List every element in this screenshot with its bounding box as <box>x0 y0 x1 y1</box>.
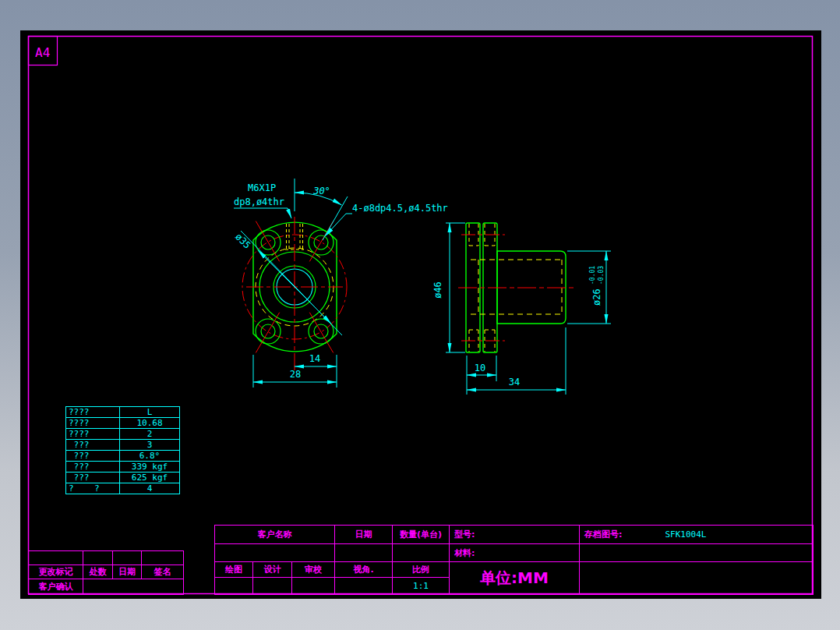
quantity-value <box>393 544 450 562</box>
dim-pilot-dia: ø26 <box>591 288 602 306</box>
draw-value <box>215 578 253 595</box>
param-value: 6.8° <box>120 451 180 462</box>
draw-label: 绘图 <box>215 562 253 578</box>
drawing-canvas[interactable]: A4 <box>20 30 821 599</box>
param-value: L <box>120 407 180 418</box>
rev-empty-cell <box>142 551 184 565</box>
sheet-frame <box>29 37 813 594</box>
table-row: ???6.8° <box>66 451 180 462</box>
param-label: ??? <box>66 440 120 451</box>
side-view: ø46 ø26 -0.01 -0.03 10 34 <box>432 223 611 395</box>
rev-empty-cell <box>83 551 113 565</box>
customer-name-value <box>215 544 335 562</box>
bore-hidden-lines <box>471 260 562 314</box>
places-label: 处数 <box>83 565 113 579</box>
view-angle-label: 视角. <box>335 562 393 578</box>
dim-flange-dia: ø46 <box>432 281 443 299</box>
param-value: 2 <box>120 429 180 440</box>
archive-number: SFK1004L <box>665 529 706 540</box>
dim-34: 34 <box>509 377 520 388</box>
dim-28: 28 <box>290 369 301 380</box>
param-value: 625 kgf <box>120 472 180 483</box>
param-label: ? ? <box>66 483 120 494</box>
customer-confirm-value <box>83 579 184 595</box>
dim-pilot-dia-group: ø26 -0.01 -0.03 <box>589 266 605 306</box>
check-label: 审校 <box>292 562 335 578</box>
change-mark-label: 更改标记 <box>29 565 83 579</box>
dim-bolt-circle: ø35 <box>233 232 252 251</box>
param-label: ???? <box>66 429 120 440</box>
customer-name-label: 客户名称 <box>215 526 335 544</box>
rev-empty-cell <box>113 551 142 565</box>
dim-10: 10 <box>475 363 485 373</box>
signature-label: 签名 <box>142 565 184 579</box>
date-value <box>335 544 393 562</box>
parameter-table: ????L ????10.68 ????2 ???3 ???6.8° ???33… <box>65 406 180 494</box>
table-row: ????10.68 <box>66 418 180 429</box>
revision-block: 更改标记 处数 日期 签名 客户确认 <box>28 550 184 595</box>
unit-label: 单位:MM <box>450 562 580 595</box>
table-row: ???339 kgf <box>66 462 180 472</box>
viewer-background: A4 <box>0 0 840 630</box>
model-label: 型号: <box>450 526 580 544</box>
param-value: 10.68 <box>120 418 180 429</box>
table-row: ? ?4 <box>66 483 180 494</box>
pilot-tol-upper: -0.01 <box>589 266 596 285</box>
table-row: ???3 <box>66 440 180 451</box>
check-value <box>292 578 335 595</box>
design-label: 设计 <box>253 562 292 578</box>
title-block: 客户名称 日期 数量(单台) 型号: 存档图号:SFK1004L 材料: 绘图 … <box>214 525 814 595</box>
design-value <box>253 578 292 595</box>
table-row: ????L <box>66 407 180 418</box>
view-angle-value <box>335 578 393 595</box>
archive-cell: 存档图号:SFK1004L <box>580 526 814 544</box>
hole-callout: 4-ø8dp4.5,ø4.5thr <box>352 203 448 214</box>
pilot-tol-lower: -0.03 <box>598 266 605 285</box>
param-value: 4 <box>120 483 180 494</box>
param-label: ??? <box>66 472 120 483</box>
dim-14: 14 <box>309 353 320 364</box>
thread-callout-line1: M6X1P <box>248 182 276 193</box>
scale-value: 1:1 <box>393 578 450 595</box>
param-label: ??? <box>66 462 120 472</box>
thread-callout-line2: dp8,ø4thr <box>234 196 284 207</box>
param-label: ???? <box>66 418 120 429</box>
sheet-size-label: A4 <box>35 45 50 60</box>
table-row: ???625 kgf <box>66 472 180 483</box>
rev-empty-cell <box>29 551 83 565</box>
param-value: 3 <box>120 440 180 451</box>
quantity-label: 数量(单台) <box>393 526 450 544</box>
material-label: 材料: <box>450 544 580 562</box>
cad-drawing: A4 <box>20 30 821 599</box>
table-row: ????2 <box>66 429 180 440</box>
rev-date-label: 日期 <box>113 565 142 579</box>
scale-label: 比例 <box>393 562 450 578</box>
dim-30deg: 30° <box>312 186 330 196</box>
date-label: 日期 <box>335 526 393 544</box>
material-value <box>580 544 814 562</box>
param-label: ??? <box>66 451 120 462</box>
param-label: ???? <box>66 407 120 418</box>
param-value: 339 kgf <box>120 462 180 472</box>
customer-confirm-label: 客户确认 <box>29 579 83 595</box>
archive-label: 存档图号: <box>584 529 622 540</box>
notes-cell <box>580 562 814 595</box>
front-view: 14 28 ø35 30° M6X1P dp8,ø4thr <box>233 179 448 388</box>
